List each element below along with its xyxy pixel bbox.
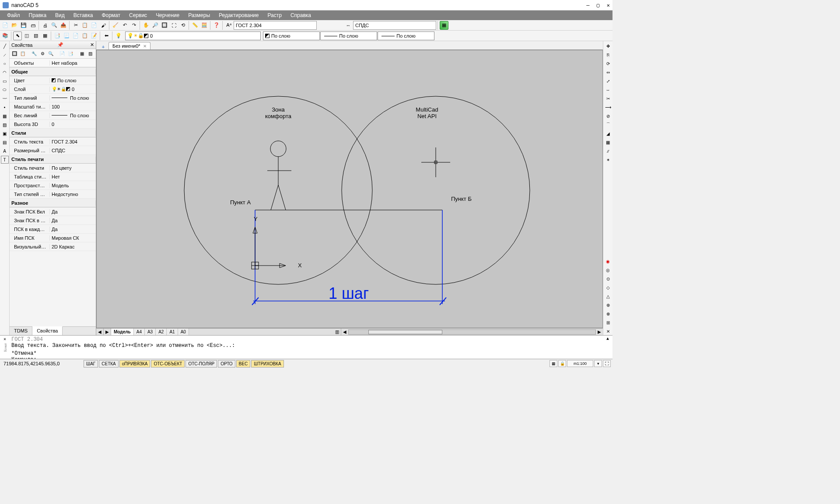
dim-style-icon[interactable]: ↔	[344, 21, 353, 30]
mtext-icon[interactable]: A	[1, 147, 9, 155]
tab-nav-next[interactable]: ▶	[104, 329, 111, 335]
prop-row[interactable]: Имя ПСКМировая СК	[10, 234, 96, 242]
rectangle-icon[interactable]: ▭	[1, 77, 9, 85]
osnap3-icon[interactable]: ⊙	[604, 275, 612, 283]
osnap8-icon[interactable]: ⊞	[604, 318, 612, 326]
menu-insert[interactable]: Вставка	[69, 11, 98, 20]
table-style-icon[interactable]: ▦	[440, 21, 448, 30]
filter1-icon[interactable]: 📑	[53, 32, 62, 40]
prop-row[interactable]: Знак ПСК в на...Да	[10, 216, 96, 225]
status-btn-шаг[interactable]: ШАГ	[84, 360, 98, 368]
layout-a1[interactable]: A1	[167, 329, 178, 335]
prop-section-head[interactable]: Разное	[10, 199, 96, 207]
properties-close-icon[interactable]: ✕	[90, 42, 94, 48]
split-icon[interactable]: ▥	[333, 329, 341, 335]
layout-a2[interactable]: A2	[156, 329, 167, 335]
zoom-previous-icon[interactable]: ⟲	[178, 21, 187, 30]
prop-row[interactable]: Высота 3D0	[10, 120, 96, 129]
status-icon-3[interactable]: ▾	[594, 360, 602, 367]
zoom-window-icon[interactable]: 🔲	[160, 21, 169, 30]
osnap9-icon[interactable]: ✕	[604, 327, 612, 335]
osnap4-icon[interactable]: ◇	[604, 284, 612, 291]
color-combo[interactable]: По слою	[263, 32, 320, 40]
menu-service[interactable]: Сервис	[125, 11, 151, 20]
prop-section-head[interactable]: Стиль печати	[10, 155, 96, 164]
prop-row[interactable]: Знак ПСК ВклДа	[10, 207, 96, 216]
osnap7-icon[interactable]: ⊗	[604, 310, 612, 318]
cut-icon[interactable]: ✂	[71, 21, 80, 30]
dim-style-combo[interactable]	[353, 21, 436, 30]
sel-window-icon[interactable]: ◫	[22, 32, 31, 40]
prop-row[interactable]: Пространство ...Модель	[10, 181, 96, 190]
menu-raster[interactable]: Растр	[263, 11, 286, 20]
region-icon[interactable]: ▨	[1, 121, 9, 129]
rotate-icon[interactable]: ⟳	[604, 60, 612, 67]
array-icon[interactable]: ▦	[604, 138, 612, 146]
doc-tab-close-icon[interactable]: ✕	[143, 44, 147, 49]
prop-btn-1[interactable]: 🔲	[10, 50, 18, 58]
layer-state-icon[interactable]: 💡	[114, 32, 123, 40]
prop-row[interactable]: Стиль текстаГОСТ 2.304	[10, 137, 96, 146]
prop-row[interactable]: Визуальный ст...2D Каркас	[10, 242, 96, 251]
prop-section-head[interactable]: Стили	[10, 129, 96, 137]
distance-icon[interactable]: 📏	[191, 21, 200, 30]
spline-icon[interactable]: 〰	[1, 94, 9, 102]
arc-icon[interactable]: ◠	[1, 68, 9, 76]
menu-dimensions[interactable]: Размеры	[184, 11, 214, 20]
select-icon[interactable]: ⬉	[13, 32, 22, 40]
mirror-icon[interactable]: ⇔	[604, 68, 612, 76]
save-icon[interactable]: 💾	[19, 21, 28, 30]
prop-row[interactable]: Стиль печатиПо цвету	[10, 164, 96, 172]
status-icon-4[interactable]: ⛶	[603, 360, 611, 367]
layout-a3[interactable]: A3	[145, 329, 156, 335]
fillet-icon[interactable]: ⌒	[604, 121, 612, 129]
text-style-icon[interactable]: Aᵃ	[224, 21, 233, 30]
chamfer-icon[interactable]: ◢	[604, 130, 612, 137]
circle-icon[interactable]: ○	[1, 60, 9, 67]
prop-btn-2[interactable]: 📋	[19, 50, 27, 58]
new-doc-button[interactable]: +	[100, 44, 107, 49]
linetype-combo[interactable]: По слою	[320, 32, 377, 40]
prop-row[interactable]: Вес линийПо слою	[10, 111, 96, 120]
prop-row[interactable]: Тип стилей печ...Недоступно	[10, 190, 96, 199]
prop-btn-7[interactable]: 📑	[66, 50, 74, 58]
filter5-icon[interactable]: 📝	[90, 32, 98, 40]
drawing-canvas[interactable]: Зона комфорта MultiCad Net API Пункт А П…	[96, 50, 603, 328]
publish-icon[interactable]: 📤	[59, 21, 68, 30]
filter2-icon[interactable]: 📃	[62, 32, 71, 40]
tab-nav-prev[interactable]: ◀	[96, 329, 104, 335]
cmdline-close-icon[interactable]: ✕	[4, 336, 6, 342]
prop-row[interactable]: ПСК в каждом ...Да	[10, 225, 96, 234]
table-icon[interactable]: ▤	[1, 138, 9, 146]
status-btn-отс-поляр[interactable]: ОТС-ПОЛЯР	[186, 360, 217, 368]
layer-prev-icon[interactable]: ⬅	[102, 32, 111, 40]
move-icon[interactable]: ✥	[604, 42, 612, 50]
paste-icon[interactable]: 📄	[90, 21, 98, 30]
status-btn-отс-объект[interactable]: ОТС-ОБЪЕКТ	[151, 360, 185, 368]
menu-view[interactable]: Вид	[51, 11, 69, 20]
block-icon[interactable]: ▣	[1, 130, 9, 137]
help-icon[interactable]: ❓	[212, 21, 221, 30]
menu-format[interactable]: Формат	[97, 11, 125, 20]
layer-combo[interactable]: 💡☀🔒 0	[125, 32, 261, 40]
pan-icon[interactable]: ✋	[142, 21, 150, 30]
break-icon[interactable]: ⊘	[604, 112, 612, 120]
new-icon[interactable]: 📄	[1, 21, 10, 30]
scale-icon[interactable]: ⤢	[604, 77, 612, 85]
print-icon[interactable]: 🖨	[41, 21, 49, 30]
filter3-icon[interactable]: 📄	[71, 32, 80, 40]
calculator-icon[interactable]: 🧮	[200, 21, 209, 30]
saveall-icon[interactable]: 🗃	[28, 21, 37, 30]
lineweight-combo[interactable]: По слою	[378, 32, 434, 40]
prop-btn-5[interactable]: 🔍	[47, 50, 55, 58]
menu-edit[interactable]: Правка	[24, 11, 51, 20]
polyline-icon[interactable]: ⟋	[1, 51, 9, 59]
zoom-extents-icon[interactable]: ⛶	[169, 21, 178, 30]
h-scrollbar[interactable]: ◀▶	[341, 329, 603, 335]
status-scale[interactable]: m1:100	[567, 360, 593, 367]
status-btn-орто[interactable]: ОРТО	[218, 360, 235, 368]
prop-btn-3[interactable]: 🔧	[30, 50, 38, 58]
redo-icon[interactable]: ↷	[130, 21, 138, 30]
osnap6-icon[interactable]: ⊕	[604, 301, 612, 309]
prop-section-head[interactable]: Общие	[10, 67, 96, 76]
